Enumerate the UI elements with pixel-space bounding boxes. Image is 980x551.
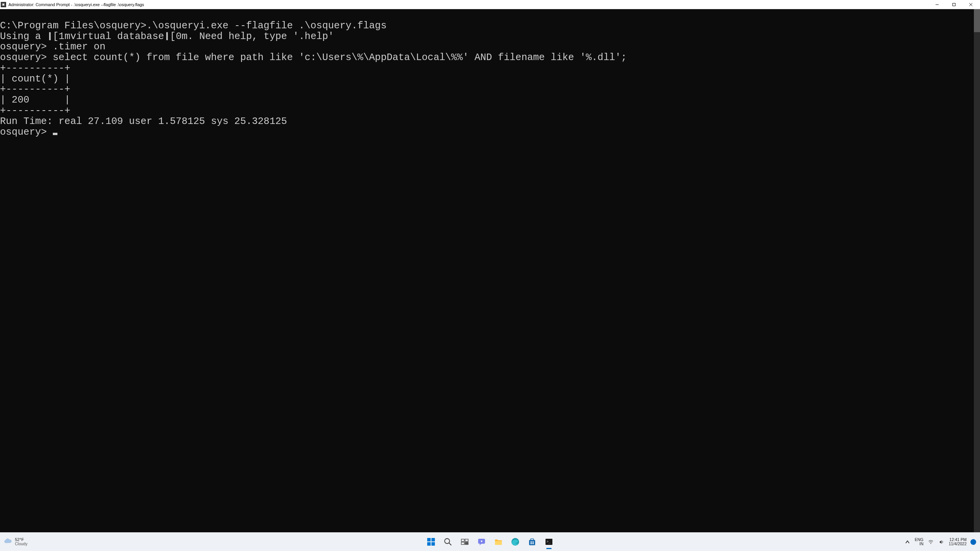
task-view-icon — [460, 537, 469, 546]
svg-rect-1 — [953, 3, 956, 6]
cmd-taskbar-button[interactable]: >_ — [541, 534, 557, 549]
terminal-line: Using a ❙[1mvirtual database❙[0m. Need h… — [0, 31, 334, 42]
window-title: Administrator: Command Prompt - .\osquer… — [8, 2, 144, 7]
windows-logo-icon — [426, 537, 436, 546]
chat-button[interactable] — [474, 534, 489, 549]
microsoft-store-button[interactable] — [524, 534, 540, 549]
minimize-icon — [935, 3, 939, 7]
minimize-button[interactable] — [929, 0, 946, 9]
maximize-icon — [952, 3, 956, 7]
scrollbar-thumb[interactable] — [974, 9, 980, 32]
terminal-line: osquery> select count(*) from file where… — [0, 52, 627, 63]
svg-rect-12 — [461, 542, 464, 544]
maximize-button[interactable] — [946, 0, 962, 9]
svg-rect-13 — [465, 542, 468, 544]
edge-button[interactable] — [508, 534, 523, 549]
weather-condition: Cloudy — [15, 542, 28, 546]
taskbar-center: >_ — [423, 534, 557, 549]
svg-rect-4 — [427, 538, 431, 541]
lang-region: IN — [915, 542, 924, 546]
search-button[interactable] — [440, 534, 456, 549]
volume-button[interactable] — [938, 538, 945, 545]
svg-rect-11 — [465, 539, 468, 541]
network-button[interactable] — [927, 538, 934, 545]
terminal-line: | count(*) | — [0, 73, 70, 85]
svg-rect-19 — [531, 541, 532, 543]
terminal-line: osquery> .timer on — [0, 41, 105, 52]
clock-date: 11/4/2022 — [949, 542, 967, 546]
terminal-line: | 200 | — [0, 95, 70, 106]
svg-point-15 — [481, 541, 482, 542]
svg-rect-7 — [431, 542, 435, 546]
terminal-line: +----------+ — [0, 105, 70, 116]
terminal-line: +----------+ — [0, 63, 70, 74]
folder-icon — [494, 537, 503, 546]
notifications-button[interactable] — [970, 539, 976, 545]
svg-rect-5 — [431, 538, 435, 541]
terminal-output[interactable]: C:\Program Files\osquery>.\osqueryi.exe … — [0, 9, 980, 532]
close-button[interactable] — [962, 0, 979, 9]
close-icon — [969, 3, 973, 7]
terminal-line: C:\Program Files\osquery>.\osqueryi.exe … — [0, 20, 387, 31]
file-explorer-button[interactable] — [491, 534, 506, 549]
chat-icon — [477, 537, 486, 546]
chevron-up-icon — [905, 539, 910, 545]
start-button[interactable] — [423, 534, 439, 549]
svg-rect-6 — [427, 542, 431, 546]
weather-cloud-icon — [4, 538, 12, 546]
svg-point-8 — [445, 539, 450, 544]
svg-rect-17 — [529, 540, 535, 545]
svg-rect-22 — [532, 543, 534, 544]
wifi-icon — [928, 539, 934, 545]
cmd-icon: ▣ — [1, 2, 6, 7]
svg-rect-21 — [531, 543, 532, 544]
svg-rect-20 — [532, 541, 534, 543]
language-indicator[interactable]: ENG IN — [915, 538, 924, 546]
terminal-cursor — [53, 133, 57, 135]
svg-line-9 — [449, 543, 451, 545]
svg-rect-10 — [461, 539, 464, 541]
tray-overflow-button[interactable] — [904, 538, 911, 545]
svg-text:>_: >_ — [547, 540, 550, 543]
task-view-button[interactable] — [457, 534, 472, 549]
terminal-line: +----------+ — [0, 84, 70, 95]
clock[interactable]: 12:41 PM 11/4/2022 — [949, 538, 967, 546]
terminal-prompt-line: osquery> — [0, 127, 57, 138]
taskbar: 52°F Cloudy >_ — [0, 532, 980, 551]
scrollbar[interactable] — [974, 9, 980, 533]
speaker-icon — [939, 539, 944, 545]
window-title-bar: ▣ Administrator: Command Prompt - .\osqu… — [0, 0, 980, 9]
search-icon — [443, 537, 452, 546]
taskbar-weather-widget[interactable]: 52°F Cloudy — [4, 538, 28, 546]
terminal-icon: >_ — [544, 537, 554, 546]
terminal-line: Run Time: real 27.109 user 1.578125 sys … — [0, 116, 287, 127]
system-tray: ENG IN 12:41 PM 11/4/2022 — [904, 538, 976, 546]
terminal-prompt: osquery> — [0, 127, 53, 138]
svg-rect-18 — [531, 539, 534, 540]
svg-point-25 — [930, 543, 931, 544]
store-icon — [528, 537, 537, 546]
edge-icon — [511, 537, 520, 546]
